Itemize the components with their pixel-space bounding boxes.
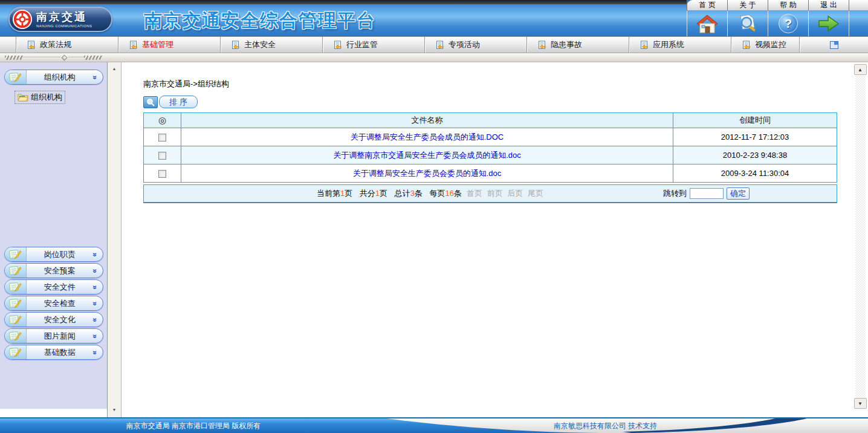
logo-emblem-icon: [12, 9, 33, 30]
menu-icon-filler: [849, 11, 868, 36]
row-checkbox[interactable]: [158, 170, 166, 178]
menu-help[interactable]: 帮 助: [768, 0, 808, 10]
document-icon: [742, 41, 751, 50]
home-icon[interactable]: [687, 11, 727, 36]
sidebar-item-org-structure[interactable]: 组织机构: [15, 91, 65, 104]
sidebar-group-photo-news[interactable]: 图片新闻 »: [4, 328, 103, 343]
row-checkbox[interactable]: [158, 152, 166, 160]
sidebar-collapse-handle[interactable]: [0, 53, 868, 62]
about-icon[interactable]: [727, 11, 768, 36]
tab-basic-management[interactable]: 基础管理: [118, 37, 221, 53]
logo-en-text: NANJING COMMUNICATIONS: [36, 24, 92, 28]
main-nav: 政策法规 基础管理 主体安全 行业监管 专项活动 隐患事故 应用系统 视频监控: [0, 36, 868, 53]
tab-label: 视频监控: [755, 39, 786, 50]
scroll-up-icon[interactable]: ▲: [109, 64, 119, 73]
confirm-button[interactable]: 确定: [727, 187, 750, 200]
folder-icon: [18, 93, 28, 102]
created-time: 2010-2-23 9:48:38: [673, 146, 837, 164]
scrollbar-track[interactable]: [855, 76, 866, 397]
menu-filler: [849, 0, 868, 10]
notepad-icon: [5, 345, 27, 359]
quick-menu: 首 页 关 于 帮 助 退 出: [687, 0, 868, 36]
pagination-last[interactable]: 尾页: [528, 189, 543, 198]
sidebar-group-organization[interactable]: 组织机构 »: [4, 70, 103, 85]
tab-video-surveillance[interactable]: 视频监控: [731, 37, 800, 53]
menu-home[interactable]: 首 页: [687, 0, 727, 10]
document-icon: [537, 41, 546, 50]
app-header: 南京交通 NANJING COMMUNICATIONS 南京交通安全综合管理平台…: [0, 0, 868, 36]
row-checkbox[interactable]: [158, 134, 166, 142]
scroll-down-icon[interactable]: ▼: [854, 398, 867, 409]
document-link[interactable]: 关于调整局安全生产委员会成员的通知.DOC: [351, 132, 504, 142]
sort-button[interactable]: 排序: [159, 96, 198, 108]
notepad-icon: [5, 264, 27, 278]
tab-industry-supervision[interactable]: 行业监管: [323, 37, 425, 53]
jump-page-input[interactable]: [690, 188, 724, 199]
document-link[interactable]: 关于调整南京市交通局安全生产委员会成员的通知.doc: [333, 151, 521, 160]
scroll-up-icon[interactable]: ▲: [854, 64, 867, 75]
column-header-filename: 文件名称: [181, 113, 673, 128]
document-icon: [27, 41, 36, 50]
document-icon: [333, 41, 342, 50]
menu-exit[interactable]: 退 出: [808, 0, 849, 10]
menu-about[interactable]: 关 于: [727, 0, 768, 10]
breadcrumb: 南京市交通局->组织结构: [143, 79, 852, 90]
documents-table: ◎ 文件名称 创建时间 关于调整局安全生产委员会成员的通知.DOC 2012-1…: [143, 112, 837, 183]
chevron-down-icon: »: [91, 252, 99, 256]
window-restore-icon[interactable]: [830, 41, 838, 49]
exit-icon[interactable]: [808, 11, 849, 36]
sidebar-group-safety-plans[interactable]: 安全预案 »: [4, 263, 103, 278]
chevron-down-icon: »: [91, 350, 99, 354]
created-time: 2009-3-24 11:30:04: [673, 164, 837, 183]
table-row: 关于调整南京市交通局安全生产委员会成员的通知.doc 2010-2-23 9:4…: [144, 146, 837, 164]
chevron-down-icon: »: [91, 285, 99, 289]
app-footer: 南京市交通局 南京市港口管理局 版权所有 南京敏思科技有限公司 技术支持: [0, 417, 868, 433]
sidebar-group-label: 安全文件: [27, 282, 93, 293]
sidebar-scrollbar[interactable]: ▲ ▼: [108, 62, 121, 417]
sidebar-group-safety-culture[interactable]: 安全文化 »: [4, 312, 103, 327]
document-icon: [640, 41, 649, 50]
toolbar: 排序: [143, 96, 852, 108]
chevron-down-icon: »: [91, 301, 99, 305]
tab-label: 应用系统: [653, 39, 684, 50]
sidebar-group-safety-inspection[interactable]: 安全检查 »: [4, 296, 103, 311]
sidebar-group-safety-documents[interactable]: 安全文件 »: [4, 279, 103, 295]
pagination-next[interactable]: 后页: [507, 189, 523, 198]
document-link[interactable]: 关于调整局安全生产委员会委员的通知.doc: [353, 169, 502, 178]
notepad-icon: [5, 280, 27, 294]
content-scrollbar[interactable]: ▲ ▼: [852, 62, 868, 417]
chevron-down-icon: »: [91, 269, 99, 273]
collapse-diamond-icon: [62, 54, 68, 60]
tab-special-activities[interactable]: 专项活动: [425, 37, 527, 53]
sidebar-group-label: 岗位职责: [27, 249, 93, 260]
help-icon[interactable]: ?: [768, 11, 808, 36]
logo-cn-text: 南京交通: [36, 11, 92, 22]
jump-label: 跳转到: [663, 188, 687, 199]
tab-hazard-accidents[interactable]: 隐患事故: [527, 37, 629, 53]
tab-subject-safety[interactable]: 主体安全: [221, 37, 323, 53]
pagination-first[interactable]: 首页: [467, 189, 482, 198]
tab-label: 行业监管: [346, 39, 378, 50]
sidebar-group-label: 安全检查: [27, 298, 93, 309]
pagination-bar: 当前第1页 共分1页 总计3条 每页16条 首页 前页 后页 尾页 跳转到 确定: [143, 184, 837, 203]
tab-label: 专项活动: [449, 39, 480, 50]
footer-tech-support: 南京敏思科技有限公司 技术支持: [554, 421, 657, 431]
hatch-pattern: [84, 56, 102, 60]
scroll-down-icon[interactable]: ▼: [109, 405, 119, 414]
tab-label: 基础管理: [142, 39, 173, 50]
document-icon: [435, 41, 444, 50]
tab-policy[interactable]: 政策法规: [16, 37, 118, 53]
select-all-icon[interactable]: ◎: [158, 115, 166, 125]
sidebar-group-job-duties[interactable]: 岗位职责 »: [4, 247, 103, 262]
tab-application-systems[interactable]: 应用系统: [629, 37, 731, 53]
nav-end-cell: [800, 37, 868, 53]
sidebar-group-basic-data[interactable]: 基础数据 »: [4, 345, 103, 360]
sort-magnifier-icon[interactable]: [143, 96, 158, 108]
document-icon: [129, 41, 138, 50]
notepad-icon: [5, 313, 27, 327]
pagination-prev[interactable]: 前页: [487, 189, 503, 198]
chevron-down-icon: »: [91, 75, 99, 79]
chevron-down-icon: »: [91, 334, 99, 338]
logo: 南京交通 NANJING COMMUNICATIONS: [8, 7, 112, 32]
document-icon: [231, 41, 240, 50]
